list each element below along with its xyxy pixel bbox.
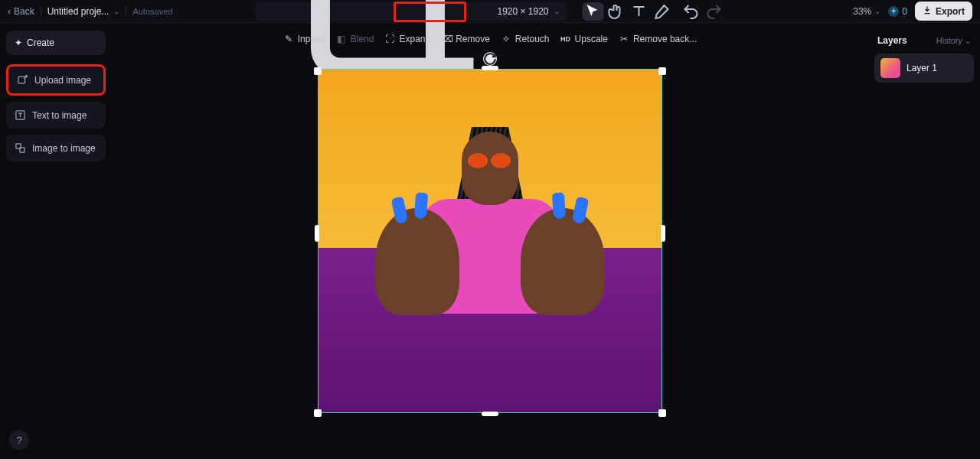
sidebar-item-text-to-image[interactable]: Text to image — [6, 102, 106, 129]
remove-background-button[interactable]: ✂Remove back... — [619, 34, 697, 44]
canvas-image[interactable] — [318, 69, 662, 413]
undo-button[interactable] — [681, 2, 702, 21]
project-title-dropdown[interactable]: Untitled proje... ⌄ — [41, 6, 120, 17]
expand-button[interactable]: ⛶Expand — [384, 34, 430, 44]
selection-handle-tl[interactable] — [314, 67, 322, 75]
blend-button[interactable]: ◧Blend — [336, 34, 374, 44]
text-to-image-icon — [15, 109, 26, 121]
sidebar-item-label: Text to image — [32, 110, 87, 121]
credit-icon: ✦ — [888, 6, 899, 17]
download-icon — [923, 5, 932, 17]
layers-panel: Layers History⌄ Layer 1 — [874, 31, 974, 83]
remove-label: Remove — [456, 34, 490, 44]
credits-indicator[interactable]: ✦ 0 — [888, 6, 907, 17]
retouch-icon: ✧ — [501, 34, 511, 44]
sidebar-item-label: Upload image — [34, 75, 91, 86]
chevron-down-icon: ⌄ — [554, 7, 560, 15]
back-label: Back — [14, 6, 34, 17]
canvas-size-label: 1920 × 1920 — [497, 6, 548, 17]
selection-handle-bottom[interactable] — [482, 412, 498, 416]
back-button[interactable]: ‹ Back — [8, 6, 34, 17]
autosave-status: Autosaved — [126, 7, 172, 16]
top-bar: ‹ Back Untitled proje... ⌄ Autosaved 192… — [0, 0, 980, 23]
upload-image-icon — [17, 74, 28, 86]
expand-icon: ⛶ — [384, 34, 395, 44]
export-button[interactable]: Export — [915, 2, 972, 21]
sidebar-item-label: Image to image — [32, 143, 96, 154]
inpaint-icon: ✎ — [283, 34, 294, 44]
help-icon: ? — [16, 435, 21, 446]
blend-icon: ◧ — [336, 34, 347, 44]
selection-handle-bl[interactable] — [314, 409, 322, 417]
brush-tool[interactable] — [652, 2, 673, 21]
layer-thumbnail — [880, 58, 900, 78]
expand-label: Expand — [399, 34, 430, 44]
inpaint-button[interactable]: ✎Inpaint — [283, 34, 325, 44]
create-button[interactable]: ✦ Create — [6, 31, 106, 55]
chevron-down-icon: ⌄ — [965, 37, 971, 45]
chevron-down-icon: ⌄ — [874, 7, 880, 15]
image-to-image-icon — [15, 142, 26, 154]
selection-handle-tr[interactable] — [658, 67, 666, 75]
removebg-label: Remove back... — [633, 34, 697, 44]
hd-icon: HD — [560, 34, 571, 44]
hand-tool[interactable] — [606, 2, 627, 21]
help-button[interactable]: ? — [9, 430, 29, 450]
svg-rect-0 — [18, 76, 25, 83]
sidebar-item-upload-image[interactable]: Upload image — [6, 64, 106, 96]
select-tool[interactable] — [583, 2, 604, 21]
history-dropdown[interactable]: History⌄ — [936, 36, 971, 45]
project-title: Untitled proje... — [47, 6, 109, 17]
redo-button[interactable] — [704, 2, 725, 21]
remove-button[interactable]: ⌫Remove — [441, 34, 490, 44]
regenerate-button[interactable] — [483, 52, 497, 66]
blend-label: Blend — [351, 34, 374, 44]
upscale-button[interactable]: HDUpscale — [560, 34, 608, 44]
layer-name: Layer 1 — [906, 63, 937, 73]
scissors-icon: ✂ — [619, 34, 629, 44]
layers-title: Layers — [877, 35, 907, 46]
tool-group — [577, 2, 725, 21]
canvas-stage — [318, 54, 662, 413]
selection-handle-top[interactable] — [482, 66, 498, 70]
selection-handle-br[interactable] — [658, 409, 666, 417]
zoom-value: 33% — [853, 6, 871, 17]
credit-count: 0 — [902, 6, 907, 17]
export-label: Export — [936, 6, 965, 17]
inpaint-label: Inpaint — [298, 34, 325, 44]
edit-toolbar: ✎Inpaint ◧Blend ⛶Expand ⌫Remove ✧Retouch… — [283, 34, 697, 44]
left-sidebar: ✦ Create Upload image Text to image Imag… — [6, 31, 106, 161]
retouch-label: Retouch — [515, 34, 550, 44]
eraser-icon: ⌫ — [441, 34, 452, 44]
chevron-down-icon: ⌄ — [113, 7, 119, 15]
chevron-left-icon: ‹ — [8, 6, 11, 17]
upscale-label: Upscale — [575, 34, 608, 44]
retouch-button[interactable]: ✧Retouch — [501, 34, 550, 44]
history-label: History — [936, 36, 962, 45]
layer-item[interactable]: Layer 1 — [874, 54, 974, 83]
sparkle-icon: ✦ — [15, 37, 22, 48]
create-label: Create — [27, 37, 54, 48]
text-tool[interactable] — [629, 2, 650, 21]
zoom-dropdown[interactable]: 33% ⌄ — [853, 6, 880, 17]
selection-handle-left[interactable] — [315, 225, 319, 242]
selection-handle-right[interactable] — [661, 225, 665, 242]
sidebar-item-image-to-image[interactable]: Image to image — [6, 135, 106, 161]
canvas-size-button[interactable]: 1920 × 1920 ⌄ — [255, 2, 567, 21]
image-subject — [390, 132, 590, 315]
